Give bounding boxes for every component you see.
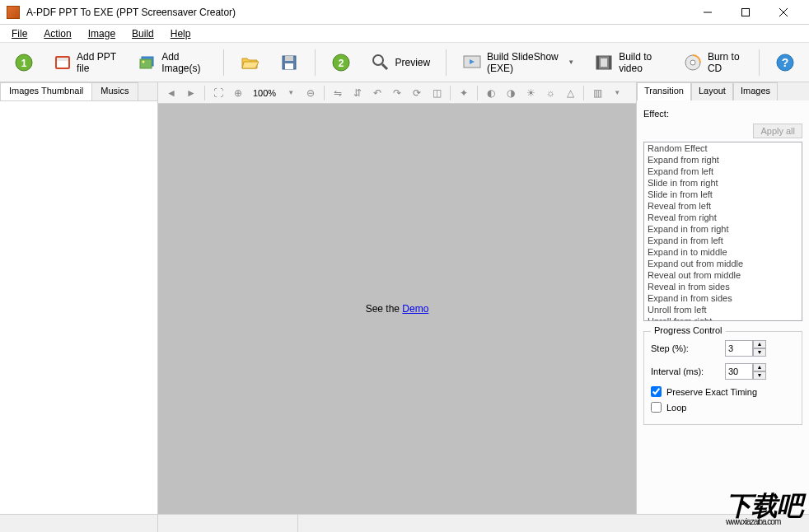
- thumbnail-list: [0, 100, 157, 514]
- contrast-up-icon[interactable]: ◐: [483, 85, 499, 101]
- image-toolbar: ◄ ► ⛶ ⊕ 100% ▼ ⊖ ⇋ ⇵ ↶ ↷ ⟳ ◫ ✦ ◐ ◑ ☀ ☼ △…: [158, 82, 636, 104]
- preview-button[interactable]: Preview: [363, 49, 438, 77]
- zoom-out-icon[interactable]: ⊖: [302, 85, 319, 101]
- numbered-2-button[interactable]: 2: [324, 49, 358, 77]
- build-slideshow-label: Build SlideShow (EXE): [487, 51, 563, 74]
- effect-item[interactable]: Reveal from left: [644, 200, 802, 212]
- tab-layout[interactable]: Layout: [691, 82, 733, 100]
- menu-build[interactable]: Build: [125, 26, 161, 41]
- film-icon: [594, 53, 614, 72]
- effect-item[interactable]: Reveal from right: [644, 212, 802, 223]
- step-up-button[interactable]: ▲: [753, 340, 766, 348]
- svg-point-17: [373, 55, 383, 65]
- rotate-right-icon[interactable]: ↷: [389, 85, 405, 101]
- tab-musics[interactable]: Musics: [91, 82, 138, 100]
- effect-item[interactable]: Random Effect: [644, 142, 802, 154]
- effect-item[interactable]: Expand in to middle: [644, 246, 802, 258]
- effect-item[interactable]: Expand from right: [644, 154, 802, 166]
- numbered-1-button[interactable]: 1: [7, 49, 41, 77]
- toolbar-separator: [446, 49, 447, 76]
- close-icon: [779, 8, 788, 16]
- ppt-icon: [54, 53, 72, 72]
- menu-help[interactable]: Help: [164, 26, 198, 41]
- zoom-in-icon[interactable]: ⊕: [230, 85, 246, 101]
- preview-label: Preview: [395, 57, 431, 68]
- effect-item[interactable]: Slide in from right: [644, 177, 802, 189]
- status-segment: [298, 515, 809, 532]
- demo-link[interactable]: Demo: [402, 303, 428, 315]
- canvas-text-prefix: See the: [366, 303, 403, 315]
- nav-prev-icon[interactable]: ◄: [163, 85, 180, 101]
- brightness-down-icon[interactable]: ☼: [542, 85, 559, 101]
- minimize-button[interactable]: [689, 0, 727, 25]
- effect-item[interactable]: Unroll from right: [644, 315, 802, 321]
- svg-point-26: [690, 60, 695, 65]
- crop-icon[interactable]: ◫: [428, 85, 445, 101]
- effect-item[interactable]: Expand in from left: [644, 235, 802, 246]
- tab-images-thumbnail[interactable]: Images Thumbnail: [0, 82, 92, 100]
- contrast-down-icon[interactable]: ◑: [503, 85, 519, 101]
- help-icon: ?: [775, 53, 795, 72]
- compare-icon[interactable]: ▥: [589, 85, 606, 101]
- flip-h-icon[interactable]: ⇋: [330, 85, 346, 101]
- burn-cd-button[interactable]: Burn to CD: [676, 47, 751, 78]
- open-button[interactable]: [232, 49, 267, 77]
- interval-up-button[interactable]: ▲: [753, 363, 766, 371]
- chevron-down-icon[interactable]: ▼: [609, 85, 625, 101]
- effect-item[interactable]: Expand in from right: [644, 223, 802, 235]
- nav-next-icon[interactable]: ►: [183, 85, 199, 101]
- menu-action[interactable]: Action: [37, 26, 77, 41]
- effect-item[interactable]: Expand in from sides: [644, 292, 802, 304]
- sharpen-icon[interactable]: △: [562, 85, 578, 101]
- main-toolbar: 1 Add PPT file Add Image(s) 2 Preview: [0, 43, 809, 82]
- flip-v-icon[interactable]: ⇵: [349, 85, 366, 101]
- effect-item[interactable]: Reveal out from middle: [644, 269, 802, 281]
- menu-file[interactable]: File: [5, 26, 34, 41]
- status-bar: [0, 514, 809, 532]
- loop-checkbox[interactable]: [651, 402, 662, 413]
- effect-item[interactable]: Reveal in from sides: [644, 281, 802, 292]
- fit-icon[interactable]: ⛶: [210, 85, 227, 101]
- tab-transition[interactable]: Transition: [637, 82, 691, 100]
- add-ppt-button[interactable]: Add PPT file: [46, 47, 126, 78]
- svg-line-18: [382, 64, 387, 69]
- loop-label: Loop: [666, 403, 686, 413]
- interval-down-button[interactable]: ▼: [753, 371, 766, 380]
- step-down-button[interactable]: ▼: [753, 348, 766, 357]
- step-input[interactable]: [725, 340, 753, 357]
- add-images-button[interactable]: Add Image(s): [131, 47, 215, 78]
- build-video-button[interactable]: Build to video: [587, 47, 671, 78]
- brightness-up-icon[interactable]: ☀: [522, 85, 539, 101]
- status-segment: [158, 515, 298, 532]
- tab-images[interactable]: Images: [733, 82, 778, 100]
- effect-listbox[interactable]: Random EffectExpand from rightExpand fro…: [643, 142, 802, 321]
- svg-text:?: ?: [782, 56, 789, 69]
- menu-bar: File Action Image Build Help: [0, 25, 809, 43]
- interval-label: Interval (ms):: [651, 366, 725, 376]
- svg-rect-22: [596, 56, 599, 69]
- menu-image[interactable]: Image: [82, 26, 122, 41]
- svg-rect-14: [285, 63, 293, 69]
- effect-label: Effect:: [643, 109, 802, 119]
- build-slideshow-button[interactable]: Build SlideShow (EXE) ▼: [455, 47, 582, 78]
- effect-item[interactable]: Expand from left: [644, 166, 802, 177]
- effect-item[interactable]: Expand out from middle: [644, 258, 802, 269]
- save-button[interactable]: [272, 49, 306, 77]
- maximize-icon: [741, 8, 750, 16]
- apply-all-button[interactable]: Apply all: [753, 124, 802, 138]
- images-icon: [138, 53, 157, 72]
- interval-input[interactable]: [725, 363, 753, 380]
- effect-item[interactable]: Unroll from left: [644, 304, 802, 315]
- effects-icon[interactable]: ✦: [456, 85, 472, 101]
- preserve-timing-checkbox[interactable]: [651, 386, 662, 397]
- chevron-down-icon[interactable]: ▼: [283, 85, 299, 101]
- rotate-free-icon[interactable]: ⟳: [409, 85, 425, 101]
- help-button[interactable]: ?: [768, 49, 802, 77]
- effect-item[interactable]: Slide in from left: [644, 189, 802, 200]
- maximize-button[interactable]: [727, 0, 765, 25]
- close-button[interactable]: [765, 0, 802, 25]
- cd-icon: [683, 53, 703, 72]
- circle-2-icon: 2: [331, 53, 351, 72]
- rotate-left-icon[interactable]: ↶: [369, 85, 386, 101]
- preserve-label: Preserve Exact Timing: [666, 387, 757, 397]
